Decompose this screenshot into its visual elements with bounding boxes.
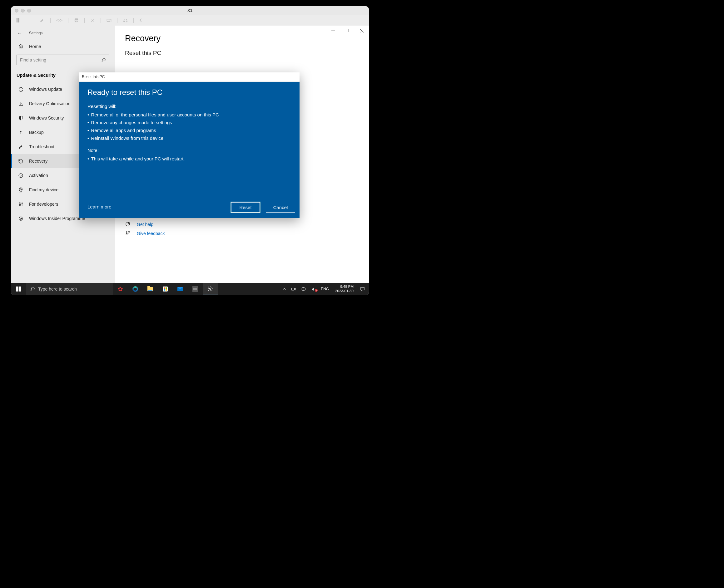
- give-feedback-icon: [125, 231, 130, 236]
- mac-titlebar: X1: [11, 6, 369, 15]
- bullet-item: Remove all of the personal files and use…: [87, 111, 291, 119]
- shield-icon: [18, 115, 23, 121]
- headphones-tool-icon[interactable]: [123, 18, 128, 23]
- taskbar-edge[interactable]: [128, 283, 143, 295]
- nav-label: Windows Update: [29, 87, 62, 92]
- svg-point-10: [19, 203, 20, 204]
- svg-rect-4: [107, 19, 110, 22]
- home-button[interactable]: Home: [11, 41, 115, 52]
- zoom-traffic-light[interactable]: [27, 9, 31, 13]
- tray-notifications-icon[interactable]: [359, 287, 366, 292]
- svg-rect-6: [126, 21, 127, 22]
- taskbar-flower-icon[interactable]: ✿: [113, 283, 128, 295]
- svg-rect-23: [291, 288, 294, 290]
- svg-point-20: [32, 287, 34, 290]
- maximize-button[interactable]: [340, 26, 355, 36]
- sliders-icon: [18, 202, 23, 207]
- note-label: Note:: [87, 148, 291, 153]
- cancel-button[interactable]: Cancel: [266, 202, 295, 213]
- give-feedback-link[interactable]: Give feedback: [137, 231, 165, 236]
- tray-date: 2023-01-30: [335, 289, 354, 293]
- taskbar-ms-store[interactable]: [158, 283, 173, 295]
- reset-pc-dialog: Reset this PC Ready to reset this PC Res…: [79, 72, 300, 218]
- chevron-left-tool-icon[interactable]: [139, 18, 142, 22]
- svg-point-15: [21, 218, 21, 218]
- svg-point-19: [126, 231, 127, 232]
- learn-more-link[interactable]: Learn more: [87, 204, 112, 209]
- mac-window-title: X1: [11, 8, 369, 13]
- taskbar-search[interactable]: Type here to search: [26, 283, 113, 295]
- download-icon: [18, 101, 23, 106]
- nav-label: Windows Security: [29, 115, 64, 121]
- tray-volume-icon[interactable]: ×: [310, 287, 317, 292]
- nav-label: Activation: [29, 173, 48, 178]
- wrench-tool-icon[interactable]: [40, 18, 45, 23]
- host-toolbar: <·>: [11, 15, 369, 26]
- bullet-item: Remove all apps and programs: [87, 126, 291, 134]
- svg-point-14: [20, 218, 20, 218]
- minimize-button[interactable]: [326, 26, 340, 36]
- dialog-heading: Ready to reset this PC: [87, 88, 291, 97]
- svg-rect-21: [193, 288, 197, 290]
- nav-label: Delivery Optimisation: [29, 101, 70, 106]
- svg-point-11: [20, 205, 21, 205]
- reset-bullets: Remove all of the personal files and use…: [87, 111, 291, 142]
- taskbar-mail[interactable]: [173, 283, 188, 295]
- search-box[interactable]: [17, 55, 109, 65]
- nav-label: Windows Insider Programme: [29, 216, 85, 221]
- svg-text:?: ?: [129, 223, 129, 224]
- svg-point-7: [102, 58, 105, 61]
- bullet-item: Reinstall Windows from this device: [87, 134, 291, 142]
- locate-icon: [18, 187, 23, 193]
- nav-label: Recovery: [29, 159, 47, 164]
- nav-label: Backup: [29, 130, 44, 135]
- svg-point-22: [209, 288, 211, 290]
- nav-label: Troubleshoot: [29, 144, 54, 149]
- svg-point-9: [20, 189, 21, 190]
- tray-network-icon[interactable]: [300, 287, 307, 292]
- check-icon: [18, 173, 23, 178]
- app-title: Settings: [29, 31, 42, 35]
- tray-time: 9:48 PM: [335, 285, 354, 289]
- user-tool-icon[interactable]: [90, 18, 95, 23]
- home-label: Home: [29, 44, 41, 49]
- taskbar: Type here to search ✿ ×: [11, 283, 369, 295]
- taskbar-settings[interactable]: [203, 283, 218, 295]
- tray-meet-now-icon[interactable]: [290, 287, 297, 291]
- tray-clock[interactable]: 9:48 PM 2023-01-30: [333, 285, 356, 293]
- insider-icon: [18, 216, 23, 221]
- tray-language[interactable]: ENG: [320, 287, 330, 291]
- code-tool-icon[interactable]: <·>: [56, 18, 62, 23]
- svg-rect-5: [124, 21, 125, 22]
- section-subtitle: Reset this PC: [125, 50, 369, 57]
- close-traffic-light[interactable]: [15, 9, 18, 13]
- host-window: X1 <·> ← Set: [11, 6, 369, 295]
- print-tool-icon[interactable]: [74, 18, 79, 23]
- start-button[interactable]: [11, 283, 26, 295]
- bullet-item: Remove any changes made to settings: [87, 119, 291, 126]
- note-item: This will take a while and your PC will …: [87, 155, 291, 163]
- taskbar-search-placeholder: Type here to search: [38, 287, 77, 292]
- note-bullets: This will take a while and your PC will …: [87, 155, 291, 163]
- resetting-will-label: Resetting will:: [87, 104, 291, 109]
- minimize-traffic-light[interactable]: [21, 9, 25, 13]
- windows-logo-icon: [16, 287, 21, 292]
- back-button[interactable]: ←: [17, 30, 22, 36]
- search-icon: [30, 287, 35, 292]
- taskbar-app-generic[interactable]: [188, 283, 203, 295]
- get-help-link[interactable]: Get help: [137, 222, 153, 227]
- reset-button[interactable]: Reset: [231, 202, 260, 213]
- tray-overflow-icon[interactable]: [281, 287, 287, 291]
- camera-tool-icon[interactable]: [106, 18, 112, 22]
- gear-icon: [207, 286, 213, 292]
- taskbar-file-explorer[interactable]: [143, 283, 158, 295]
- svg-point-13: [19, 216, 22, 220]
- svg-point-12: [22, 203, 22, 204]
- close-button[interactable]: [355, 26, 369, 36]
- pause-icon[interactable]: [17, 18, 20, 22]
- search-input[interactable]: [20, 58, 101, 62]
- recovery-icon: [18, 159, 23, 164]
- sync-icon: [18, 87, 23, 92]
- svg-point-8: [19, 173, 23, 177]
- wrench-icon: [18, 144, 23, 149]
